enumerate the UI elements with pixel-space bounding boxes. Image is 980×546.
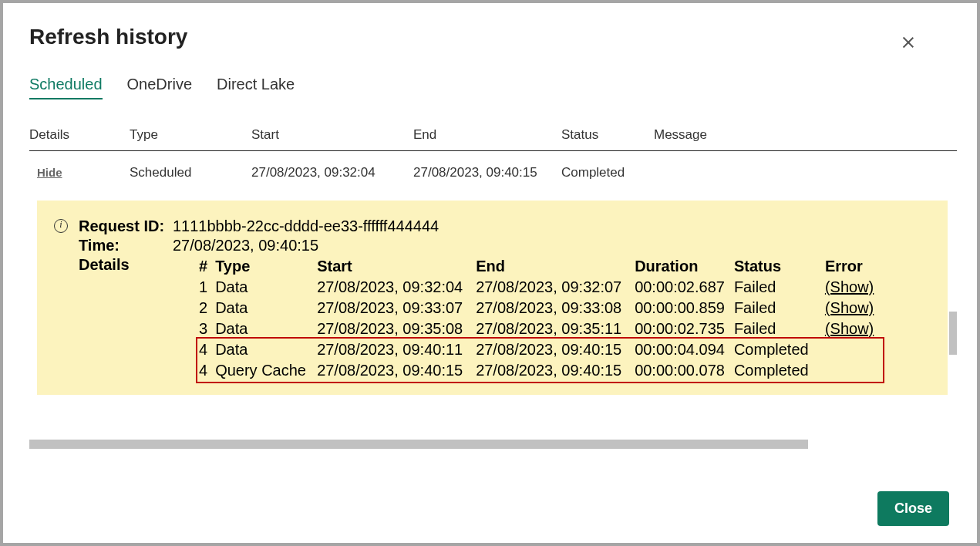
row-end: 27/08/2023, 09:40:15: [413, 151, 561, 181]
cell-duration: 00:00:00.078: [635, 360, 734, 381]
cell-num: 3: [199, 318, 215, 339]
cell-error: (Show): [825, 318, 883, 339]
tab-onedrive[interactable]: OneDrive: [127, 76, 192, 99]
cell-start: 27/08/2023, 09:40:11: [317, 339, 476, 360]
dcol-duration: Duration: [635, 256, 734, 277]
cell-error: [825, 360, 883, 381]
col-status: Status: [561, 123, 654, 151]
detail-row: 4Data27/08/2023, 09:40:1127/08/2023, 09:…: [199, 339, 883, 360]
detail-row: 1Data27/08/2023, 09:32:0427/08/2023, 09:…: [199, 277, 883, 298]
detail-row: 4Query Cache27/08/2023, 09:40:1527/08/20…: [199, 360, 883, 381]
cell-type: Query Cache: [215, 360, 317, 381]
cell-duration: 00:00:02.687: [635, 277, 734, 298]
scrollbar-vertical[interactable]: [949, 312, 957, 355]
row-type: Scheduled: [130, 151, 251, 181]
tab-direct-lake[interactable]: Direct Lake: [217, 76, 295, 99]
history-table: Details Type Start End Status Message Hi…: [29, 123, 957, 180]
cell-start: 27/08/2023, 09:40:15: [317, 360, 476, 381]
detail-row: 3Data27/08/2023, 09:35:0827/08/2023, 09:…: [199, 318, 883, 339]
cell-end: 27/08/2023, 09:40:15: [476, 360, 635, 381]
cell-type: Data: [215, 318, 317, 339]
history-section: Details Type Start End Status Message Hi…: [29, 123, 957, 395]
cell-type: Data: [215, 298, 317, 318]
cell-type: Data: [215, 277, 317, 298]
detail-panel: Request ID: 1111bbbb-22cc-dddd-ee33-ffff…: [37, 201, 948, 395]
col-type: Type: [130, 123, 251, 151]
cell-end: 27/08/2023, 09:33:08: [476, 298, 635, 318]
cell-type: Data: [215, 339, 317, 360]
show-error-link[interactable]: (Show): [825, 299, 874, 316]
row-message: [654, 151, 957, 181]
cell-start: 27/08/2023, 09:35:08: [317, 318, 476, 339]
dcol-start: Start: [317, 256, 476, 277]
dcol-num: #: [199, 256, 215, 277]
request-id-label: Request ID:: [79, 217, 173, 235]
detail-table: # Type Start End Duration Status Error 1…: [199, 256, 883, 381]
cell-status: Completed: [734, 360, 825, 381]
request-id-value: 1111bbbb-22cc-dddd-ee33-ffffff444444: [173, 217, 439, 235]
dialog-refresh-history: Refresh history Scheduled OneDrive Direc…: [0, 0, 980, 546]
cell-error: [825, 339, 883, 360]
cell-error: (Show): [825, 277, 883, 298]
cell-duration: 00:00:00.859: [635, 298, 734, 318]
close-button[interactable]: Close: [877, 491, 949, 526]
cell-num: 4: [199, 339, 215, 360]
dcol-end: End: [476, 256, 635, 277]
dcol-status: Status: [734, 256, 825, 277]
tab-scheduled[interactable]: Scheduled: [29, 76, 103, 99]
tab-bar: Scheduled OneDrive Direct Lake: [29, 76, 957, 99]
dcol-error: Error: [825, 256, 883, 277]
dialog-title: Refresh history: [29, 25, 957, 49]
details-label: Details: [79, 256, 173, 381]
hide-link[interactable]: Hide: [29, 166, 62, 179]
cell-status: Completed: [734, 339, 825, 360]
time-label: Time:: [79, 237, 173, 254]
dcol-type: Type: [215, 256, 317, 277]
detail-row: 2Data27/08/2023, 09:33:0727/08/2023, 09:…: [199, 298, 883, 318]
time-value: 27/08/2023, 09:40:15: [173, 237, 318, 254]
close-icon[interactable]: [901, 35, 915, 49]
cell-end: 27/08/2023, 09:35:11: [476, 318, 635, 339]
col-details: Details: [29, 123, 130, 151]
row-status: Completed: [561, 151, 654, 181]
cell-duration: 00:00:04.094: [635, 339, 734, 360]
cell-start: 27/08/2023, 09:33:07: [317, 298, 476, 318]
col-start: Start: [251, 123, 413, 151]
history-row: Hide Scheduled 27/08/2023, 09:32:04 27/0…: [29, 151, 957, 181]
cell-start: 27/08/2023, 09:32:04: [317, 277, 476, 298]
row-start: 27/08/2023, 09:32:04: [251, 151, 413, 181]
cell-num: 2: [199, 298, 215, 318]
cell-num: 4: [199, 360, 215, 381]
scrollbar-horizontal[interactable]: [29, 440, 808, 449]
cell-duration: 00:00:02.735: [635, 318, 734, 339]
cell-end: 27/08/2023, 09:32:07: [476, 277, 635, 298]
cell-status: Failed: [734, 298, 825, 318]
cell-end: 27/08/2023, 09:40:15: [476, 339, 635, 360]
cell-error: (Show): [825, 298, 883, 318]
show-error-link[interactable]: (Show): [825, 320, 874, 337]
info-icon: [54, 219, 68, 233]
cell-status: Failed: [734, 277, 825, 298]
cell-status: Failed: [734, 318, 825, 339]
col-end: End: [413, 123, 561, 151]
col-message: Message: [654, 123, 957, 151]
show-error-link[interactable]: (Show): [825, 278, 874, 295]
cell-num: 1: [199, 277, 215, 298]
